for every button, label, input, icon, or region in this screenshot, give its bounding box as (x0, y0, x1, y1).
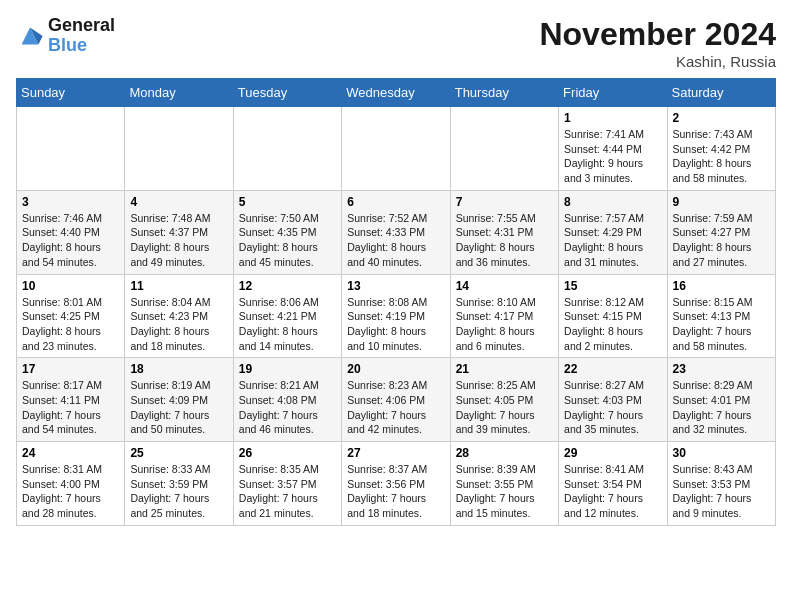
day-info: Sunrise: 8:29 AMSunset: 4:01 PMDaylight:… (673, 378, 770, 437)
day-info: Sunrise: 8:01 AMSunset: 4:25 PMDaylight:… (22, 295, 119, 354)
day-number: 12 (239, 279, 336, 293)
day-number: 4 (130, 195, 227, 209)
calendar-day-cell: 14Sunrise: 8:10 AMSunset: 4:17 PMDayligh… (450, 274, 558, 358)
weekday-header: Tuesday (233, 79, 341, 107)
calendar-day-cell: 20Sunrise: 8:23 AMSunset: 4:06 PMDayligh… (342, 358, 450, 442)
calendar-day-cell: 29Sunrise: 8:41 AMSunset: 3:54 PMDayligh… (559, 442, 667, 526)
calendar-day-cell: 27Sunrise: 8:37 AMSunset: 3:56 PMDayligh… (342, 442, 450, 526)
calendar-day-cell: 11Sunrise: 8:04 AMSunset: 4:23 PMDayligh… (125, 274, 233, 358)
day-number: 22 (564, 362, 661, 376)
day-number: 7 (456, 195, 553, 209)
day-info: Sunrise: 7:57 AMSunset: 4:29 PMDaylight:… (564, 211, 661, 270)
day-info: Sunrise: 8:17 AMSunset: 4:11 PMDaylight:… (22, 378, 119, 437)
day-number: 9 (673, 195, 770, 209)
day-number: 18 (130, 362, 227, 376)
calendar-day-cell: 5Sunrise: 7:50 AMSunset: 4:35 PMDaylight… (233, 190, 341, 274)
day-info: Sunrise: 8:10 AMSunset: 4:17 PMDaylight:… (456, 295, 553, 354)
day-number: 29 (564, 446, 661, 460)
day-number: 28 (456, 446, 553, 460)
day-info: Sunrise: 7:55 AMSunset: 4:31 PMDaylight:… (456, 211, 553, 270)
day-number: 16 (673, 279, 770, 293)
calendar-week-row: 3Sunrise: 7:46 AMSunset: 4:40 PMDaylight… (17, 190, 776, 274)
day-number: 25 (130, 446, 227, 460)
day-info: Sunrise: 7:41 AMSunset: 4:44 PMDaylight:… (564, 127, 661, 186)
weekday-header: Sunday (17, 79, 125, 107)
day-number: 24 (22, 446, 119, 460)
day-info: Sunrise: 8:06 AMSunset: 4:21 PMDaylight:… (239, 295, 336, 354)
day-number: 1 (564, 111, 661, 125)
logo: General Blue (16, 16, 115, 56)
day-info: Sunrise: 7:46 AMSunset: 4:40 PMDaylight:… (22, 211, 119, 270)
day-number: 23 (673, 362, 770, 376)
day-info: Sunrise: 8:21 AMSunset: 4:08 PMDaylight:… (239, 378, 336, 437)
logo-icon (16, 22, 44, 50)
calendar-day-cell: 26Sunrise: 8:35 AMSunset: 3:57 PMDayligh… (233, 442, 341, 526)
day-info: Sunrise: 7:59 AMSunset: 4:27 PMDaylight:… (673, 211, 770, 270)
weekday-header: Saturday (667, 79, 775, 107)
calendar-day-cell: 2Sunrise: 7:43 AMSunset: 4:42 PMDaylight… (667, 107, 775, 191)
day-number: 10 (22, 279, 119, 293)
day-info: Sunrise: 7:43 AMSunset: 4:42 PMDaylight:… (673, 127, 770, 186)
day-info: Sunrise: 8:19 AMSunset: 4:09 PMDaylight:… (130, 378, 227, 437)
weekday-header: Thursday (450, 79, 558, 107)
calendar-day-cell: 24Sunrise: 8:31 AMSunset: 4:00 PMDayligh… (17, 442, 125, 526)
day-number: 15 (564, 279, 661, 293)
month-title: November 2024 (539, 16, 776, 53)
calendar-week-row: 10Sunrise: 8:01 AMSunset: 4:25 PMDayligh… (17, 274, 776, 358)
day-info: Sunrise: 8:12 AMSunset: 4:15 PMDaylight:… (564, 295, 661, 354)
calendar-week-row: 24Sunrise: 8:31 AMSunset: 4:00 PMDayligh… (17, 442, 776, 526)
calendar-day-cell (342, 107, 450, 191)
calendar-day-cell: 8Sunrise: 7:57 AMSunset: 4:29 PMDaylight… (559, 190, 667, 274)
day-number: 30 (673, 446, 770, 460)
day-info: Sunrise: 8:15 AMSunset: 4:13 PMDaylight:… (673, 295, 770, 354)
day-info: Sunrise: 8:27 AMSunset: 4:03 PMDaylight:… (564, 378, 661, 437)
day-info: Sunrise: 8:04 AMSunset: 4:23 PMDaylight:… (130, 295, 227, 354)
weekday-header: Wednesday (342, 79, 450, 107)
calendar-day-cell: 10Sunrise: 8:01 AMSunset: 4:25 PMDayligh… (17, 274, 125, 358)
calendar-day-cell: 18Sunrise: 8:19 AMSunset: 4:09 PMDayligh… (125, 358, 233, 442)
title-area: November 2024 Kashin, Russia (539, 16, 776, 70)
day-number: 2 (673, 111, 770, 125)
calendar-day-cell: 28Sunrise: 8:39 AMSunset: 3:55 PMDayligh… (450, 442, 558, 526)
day-info: Sunrise: 8:35 AMSunset: 3:57 PMDaylight:… (239, 462, 336, 521)
day-info: Sunrise: 8:31 AMSunset: 4:00 PMDaylight:… (22, 462, 119, 521)
calendar-day-cell: 13Sunrise: 8:08 AMSunset: 4:19 PMDayligh… (342, 274, 450, 358)
calendar-day-cell: 9Sunrise: 7:59 AMSunset: 4:27 PMDaylight… (667, 190, 775, 274)
calendar-day-cell: 19Sunrise: 8:21 AMSunset: 4:08 PMDayligh… (233, 358, 341, 442)
calendar-day-cell: 7Sunrise: 7:55 AMSunset: 4:31 PMDaylight… (450, 190, 558, 274)
calendar-day-cell (233, 107, 341, 191)
logo-text: General Blue (48, 16, 115, 56)
day-info: Sunrise: 7:50 AMSunset: 4:35 PMDaylight:… (239, 211, 336, 270)
day-info: Sunrise: 7:48 AMSunset: 4:37 PMDaylight:… (130, 211, 227, 270)
day-number: 26 (239, 446, 336, 460)
calendar-day-cell: 16Sunrise: 8:15 AMSunset: 4:13 PMDayligh… (667, 274, 775, 358)
calendar-day-cell (17, 107, 125, 191)
calendar-day-cell: 6Sunrise: 7:52 AMSunset: 4:33 PMDaylight… (342, 190, 450, 274)
day-number: 14 (456, 279, 553, 293)
day-number: 20 (347, 362, 444, 376)
weekday-header: Monday (125, 79, 233, 107)
location: Kashin, Russia (539, 53, 776, 70)
calendar-header: SundayMondayTuesdayWednesdayThursdayFrid… (17, 79, 776, 107)
weekday-header: Friday (559, 79, 667, 107)
day-number: 13 (347, 279, 444, 293)
calendar-body: 1Sunrise: 7:41 AMSunset: 4:44 PMDaylight… (17, 107, 776, 526)
calendar-day-cell: 4Sunrise: 7:48 AMSunset: 4:37 PMDaylight… (125, 190, 233, 274)
day-number: 19 (239, 362, 336, 376)
day-number: 5 (239, 195, 336, 209)
calendar-day-cell: 15Sunrise: 8:12 AMSunset: 4:15 PMDayligh… (559, 274, 667, 358)
day-info: Sunrise: 8:08 AMSunset: 4:19 PMDaylight:… (347, 295, 444, 354)
page-header: General Blue November 2024 Kashin, Russi… (16, 16, 776, 70)
weekday-row: SundayMondayTuesdayWednesdayThursdayFrid… (17, 79, 776, 107)
calendar-day-cell: 12Sunrise: 8:06 AMSunset: 4:21 PMDayligh… (233, 274, 341, 358)
day-info: Sunrise: 8:23 AMSunset: 4:06 PMDaylight:… (347, 378, 444, 437)
day-number: 11 (130, 279, 227, 293)
day-info: Sunrise: 8:39 AMSunset: 3:55 PMDaylight:… (456, 462, 553, 521)
day-info: Sunrise: 7:52 AMSunset: 4:33 PMDaylight:… (347, 211, 444, 270)
calendar-day-cell: 23Sunrise: 8:29 AMSunset: 4:01 PMDayligh… (667, 358, 775, 442)
calendar-day-cell: 21Sunrise: 8:25 AMSunset: 4:05 PMDayligh… (450, 358, 558, 442)
day-info: Sunrise: 8:41 AMSunset: 3:54 PMDaylight:… (564, 462, 661, 521)
day-info: Sunrise: 8:43 AMSunset: 3:53 PMDaylight:… (673, 462, 770, 521)
day-info: Sunrise: 8:25 AMSunset: 4:05 PMDaylight:… (456, 378, 553, 437)
day-number: 6 (347, 195, 444, 209)
